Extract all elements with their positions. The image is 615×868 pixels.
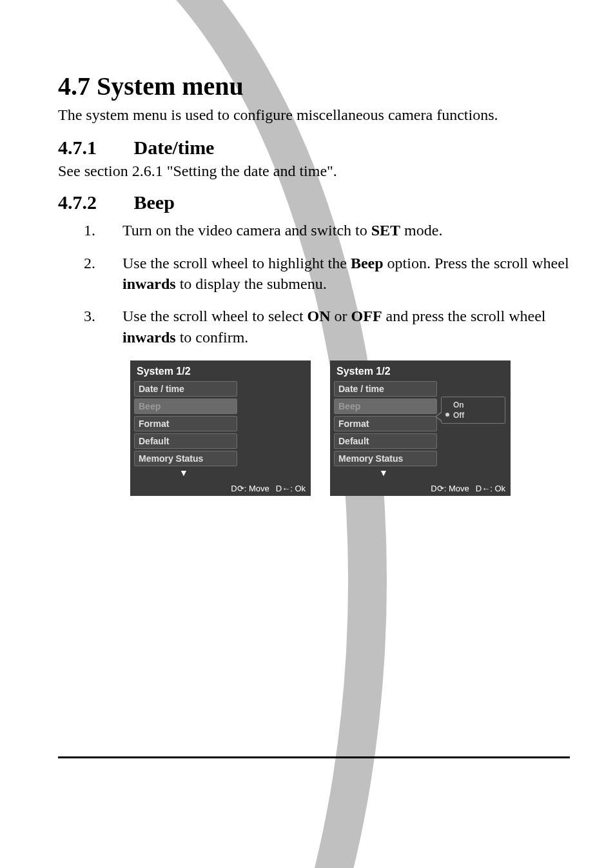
hint-ok: D←: Ok (476, 484, 505, 493)
popup-pointer-icon (435, 411, 442, 422)
section-title-text: System menu (97, 72, 244, 101)
scroll-wheel-icon: D⟳ (231, 484, 244, 493)
step-item: 2. Use the scroll wheel to highlight the… (84, 253, 570, 295)
beep-option-on[interactable]: On (445, 400, 501, 410)
press-in-icon: D← (276, 484, 290, 493)
step-number: 1. (84, 220, 122, 241)
date-time-reference: See section 2.6.1 "Setting the date and … (58, 163, 570, 180)
hint-move: D⟳: Move (231, 484, 269, 493)
lcd-title: System 1/2 (334, 364, 507, 381)
lcd-menu-item-date-time[interactable]: Date / time (134, 381, 237, 397)
lcd-menu-list: Date / time Beep Format Default Memory S… (134, 381, 237, 468)
step-text: Use the scroll wheel to select ON or OFF… (122, 306, 570, 348)
lcd-hint-bar: D⟳: Move D←: Ok (334, 484, 507, 493)
footer-rule (58, 756, 570, 758)
subsection-number: 4.7.1 (58, 137, 129, 159)
step-item: 3. Use the scroll wheel to select ON or … (84, 306, 570, 348)
hint-ok: D←: Ok (276, 484, 306, 493)
selected-dot-icon (445, 413, 449, 417)
subsection-title: Date/time (134, 137, 215, 158)
section-heading: 4.7 System menu (58, 71, 570, 101)
step-number: 3. (84, 306, 122, 348)
lcd-menu-item-format[interactable]: Format (334, 416, 437, 431)
subsection-date-time: 4.7.1 Date/time (58, 137, 570, 159)
scroll-wheel-icon: D⟳ (431, 484, 444, 493)
lcd-menu-item-memory-status[interactable]: Memory Status (134, 451, 237, 466)
beep-steps-list: 1. Turn on the video camera and switch t… (58, 220, 570, 348)
subsection-beep: 4.7.2 Beep (58, 192, 570, 213)
step-text: Turn on the video camera and switch to S… (122, 220, 570, 241)
subsection-title: Beep (134, 192, 175, 213)
lcd-system-menu: System 1/2 Date / time Beep Format Defau… (130, 360, 311, 496)
lcd-menu-item-date-time[interactable]: Date / time (334, 381, 437, 397)
step-item: 1. Turn on the video camera and switch t… (84, 220, 570, 241)
lcd-screenshots: System 1/2 Date / time Beep Format Defau… (58, 360, 570, 496)
step-number: 2. (84, 253, 122, 295)
lcd-hint-bar: D⟳: Move D←: Ok (134, 484, 307, 493)
page-content: 4.7 System menu The system menu is used … (0, 0, 615, 868)
lcd-menu-list: Date / time Beep Format Default Memory S… (334, 381, 437, 468)
lcd-menu-item-default[interactable]: Default (334, 433, 437, 449)
lcd-menu-item-format[interactable]: Format (134, 416, 237, 431)
lcd-menu-item-beep[interactable]: Beep (334, 399, 437, 414)
hint-move: D⟳: Move (431, 484, 469, 493)
press-in-icon: D← (476, 484, 490, 493)
lcd-menu-item-memory-status[interactable]: Memory Status (334, 451, 437, 466)
beep-option-off[interactable]: Off (445, 410, 501, 420)
subsection-number: 4.7.2 (58, 192, 129, 213)
step-text: Use the scroll wheel to highlight the Be… (122, 253, 570, 295)
more-items-down-icon: ▼ (134, 468, 307, 477)
lcd-title: System 1/2 (134, 364, 307, 381)
lcd-menu-item-beep[interactable]: Beep (134, 399, 237, 414)
more-items-down-icon: ▼ (334, 468, 507, 477)
intro-paragraph: The system menu is used to configure mis… (58, 105, 570, 125)
beep-submenu-popup: On Off (441, 397, 505, 424)
section-number: 4.7 (58, 72, 90, 101)
lcd-system-menu-with-popup: System 1/2 Date / time Beep Format Defau… (330, 360, 511, 496)
lcd-menu-item-default[interactable]: Default (134, 433, 237, 449)
